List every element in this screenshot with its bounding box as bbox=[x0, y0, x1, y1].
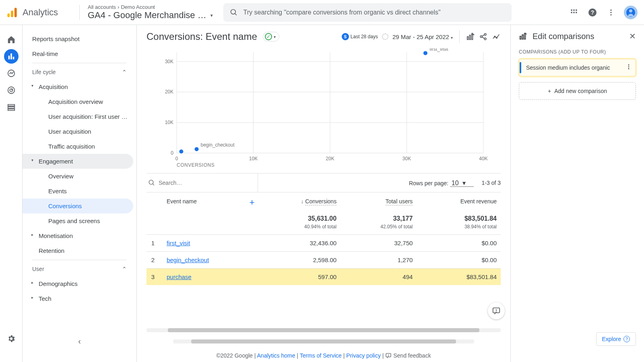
feedback-bubble-button[interactable] bbox=[488, 302, 505, 319]
search-icon bbox=[148, 179, 155, 186]
rows-per-page-select[interactable]: 10 ▾ bbox=[450, 180, 474, 187]
svg-rect-64 bbox=[520, 36, 521, 39]
table-row[interactable]: 3purchase597.00494$83,501.84 bbox=[147, 269, 501, 285]
svg-rect-10 bbox=[576, 12, 577, 13]
rail-explore[interactable] bbox=[4, 66, 19, 81]
svg-point-72 bbox=[496, 312, 497, 312]
horizontal-scrollbar[interactable] bbox=[147, 328, 501, 332]
svg-rect-6 bbox=[573, 9, 574, 10]
col-event-name[interactable]: Event name bbox=[167, 198, 197, 205]
report-title: Conversions: Event name bbox=[147, 31, 257, 42]
nav-eng-conversions[interactable]: Conversions bbox=[23, 199, 133, 213]
svg-text:20K: 20K bbox=[326, 156, 334, 161]
help-icon[interactable]: ? bbox=[587, 7, 598, 18]
svg-point-13 bbox=[610, 9, 611, 10]
nav-realtime[interactable]: Real-time bbox=[23, 46, 133, 61]
nav-user-section[interactable]: User⌃ bbox=[23, 262, 136, 276]
nav-acq-overview[interactable]: Acquisition overview bbox=[23, 94, 133, 109]
svg-text:begin_checkout: begin_checkout bbox=[200, 142, 235, 148]
comparison-card[interactable]: Session medium includes organic bbox=[519, 59, 636, 77]
brand-name: Analytics bbox=[23, 7, 58, 18]
property-picker[interactable]: All accounts › Demo Account GA4 - Google… bbox=[88, 4, 214, 21]
footer-privacy[interactable]: Privacy policy bbox=[346, 352, 381, 359]
edit-comparisons-panel: Edit comparisons ✕ COMPARISONS (ADD UP T… bbox=[510, 25, 644, 362]
table-row[interactable]: 2begin_checkout2,598.001,270$0.00 bbox=[147, 252, 501, 269]
table-search[interactable] bbox=[147, 179, 255, 186]
nav-acq-firstuser[interactable]: User acquisition: First user … bbox=[23, 109, 133, 124]
account-avatar[interactable] bbox=[624, 6, 638, 19]
status-dropdown[interactable]: ✓ ▾ bbox=[263, 32, 279, 41]
nav-eng-pages[interactable]: Pages and screens bbox=[23, 213, 133, 228]
rail-advertising[interactable] bbox=[4, 83, 19, 97]
apps-icon[interactable] bbox=[568, 7, 580, 18]
svg-text:10K: 10K bbox=[249, 156, 258, 161]
caret-down-icon: ▾ bbox=[274, 35, 276, 39]
nav-reports-snapshot[interactable]: Reports snapshot bbox=[23, 31, 133, 46]
totals-row: 35,631.0040.94% of total 33,17742.05% of… bbox=[147, 210, 501, 235]
svg-point-33 bbox=[494, 36, 495, 37]
svg-point-54 bbox=[179, 149, 183, 153]
customize-report-icon[interactable] bbox=[466, 32, 475, 41]
nav-monetisation[interactable]: Monetisation bbox=[23, 228, 133, 243]
chevron-up-icon: ⌃ bbox=[122, 266, 127, 272]
svg-text:20K: 20K bbox=[165, 89, 173, 95]
insights-icon[interactable] bbox=[492, 32, 501, 41]
nav-eng-overview[interactable]: Overview bbox=[23, 169, 133, 184]
nav-eng-events[interactable]: Events bbox=[23, 184, 133, 199]
rail-home[interactable] bbox=[4, 32, 19, 47]
svg-rect-26 bbox=[469, 35, 471, 39]
add-dimension-button[interactable]: + bbox=[250, 197, 255, 208]
comparison-dot-icon: S bbox=[342, 33, 349, 40]
share-icon[interactable] bbox=[479, 32, 488, 41]
data-table: Event name+ ↓ Conversions Total users Ev… bbox=[147, 192, 501, 285]
data-table-section: Rows per page: 10 ▾ 1-3 of 3 Event name+… bbox=[137, 173, 510, 327]
footer-feedback[interactable]: Send feedback bbox=[385, 352, 431, 359]
col-event-revenue[interactable]: Event revenue bbox=[417, 192, 501, 210]
nav-rail bbox=[0, 25, 23, 362]
svg-rect-24 bbox=[8, 109, 14, 111]
event-link[interactable]: begin_checkout bbox=[167, 257, 209, 263]
table-row[interactable]: 1first_visit32,436.0032,750$0.00 bbox=[147, 235, 501, 252]
nav-demographics[interactable]: Demographics bbox=[23, 276, 133, 291]
explore-button[interactable]: Explore ? bbox=[596, 332, 636, 346]
col-conversions[interactable]: ↓ Conversions bbox=[258, 192, 341, 210]
comparison-badge[interactable]: S Last 28 days bbox=[342, 33, 378, 40]
nav-tech[interactable]: Tech bbox=[23, 291, 133, 306]
comparison-more-icon[interactable] bbox=[625, 64, 632, 70]
nav-retention[interactable]: Retention bbox=[23, 243, 133, 258]
nav-engagement[interactable]: Engagement bbox=[23, 154, 133, 169]
date-range-picker[interactable]: 29 Mar - 25 Apr 2022 ▾ bbox=[392, 33, 453, 40]
svg-rect-0 bbox=[7, 13, 10, 17]
app-header: Analytics All accounts › Demo Account GA… bbox=[0, 0, 644, 25]
horizontal-scrollbar-inner[interactable] bbox=[173, 339, 474, 343]
report-main: Conversions: Event name ✓ ▾ S Last 28 da… bbox=[137, 25, 510, 362]
footer-tos[interactable]: Terms of Service bbox=[300, 352, 342, 359]
rail-configure[interactable] bbox=[4, 100, 19, 114]
close-panel-button[interactable]: ✕ bbox=[629, 31, 636, 41]
event-link[interactable]: first_visit bbox=[167, 240, 190, 246]
search-icon bbox=[230, 8, 238, 17]
svg-point-67 bbox=[628, 64, 630, 66]
col-total-users[interactable]: Total users bbox=[341, 192, 417, 210]
svg-line-60 bbox=[153, 184, 154, 185]
rail-reports[interactable] bbox=[4, 49, 19, 64]
event-link[interactable]: purchase bbox=[167, 273, 192, 280]
pagination-range: 1-3 of 3 bbox=[482, 180, 501, 186]
search-box[interactable]: Try searching "compare conversions from … bbox=[223, 3, 512, 22]
svg-point-57 bbox=[423, 51, 427, 55]
rail-admin[interactable] bbox=[4, 331, 19, 346]
table-search-input[interactable] bbox=[159, 180, 255, 186]
comparison-text: Session medium includes organic bbox=[526, 64, 610, 71]
nav-acq-user[interactable]: User acquisition bbox=[23, 124, 133, 139]
collapse-panel-button[interactable]: ‹ bbox=[23, 337, 136, 346]
nav-acquisition[interactable]: Acquisition bbox=[23, 79, 133, 94]
chevron-right-icon: › bbox=[118, 4, 119, 10]
svg-text:0: 0 bbox=[175, 156, 178, 161]
add-comparison-button[interactable]: + Add new comparison bbox=[519, 82, 636, 100]
nav-lifecycle-section[interactable]: Life cycle⌃ bbox=[23, 65, 136, 79]
brand-logo[interactable]: Analytics bbox=[6, 7, 73, 18]
footer-analytics-home[interactable]: Analytics home bbox=[257, 352, 295, 359]
nav-acq-traffic[interactable]: Traffic acquisition bbox=[23, 139, 133, 154]
more-vert-icon[interactable] bbox=[605, 7, 617, 18]
edit-report-icon bbox=[519, 32, 528, 41]
